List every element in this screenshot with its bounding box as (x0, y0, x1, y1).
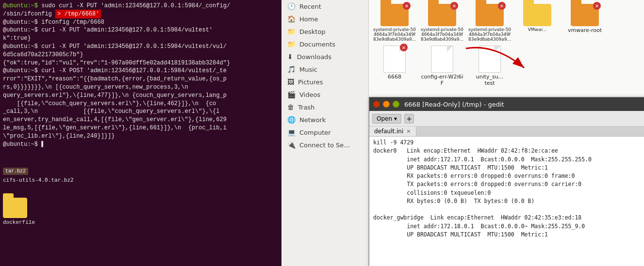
gedit-window: 6668 [Read-Only] (/tmp) - gedit Open ▾ +… (369, 97, 644, 266)
terminal-line-9: @ubuntu:~$ curl -X POST 'admin:123456@12… (3, 67, 279, 75)
new-tab-button[interactable]: + (404, 114, 414, 124)
minimize-button[interactable] (383, 101, 390, 108)
sidebar-item-documents-label: Documents (299, 41, 335, 48)
top-area: ✕ systemd-private-504664a3f7b04a349f83e9… (369, 0, 644, 106)
file-item-vmware-root[interactable]: ✕ vmware-root (563, 4, 607, 42)
gedit-line-1: kill -9 4729 (373, 139, 644, 147)
gedit-line-7: collisions:0 txqueuelen:0 (373, 189, 644, 197)
open-dropdown-icon: ▾ (394, 115, 397, 122)
gedit-content[interactable]: kill -9 4729 docker0 Link encap:Ethernet… (369, 137, 644, 266)
sidebar-item-videos[interactable]: 🎬 Videos (281, 88, 368, 101)
sidebar-item-downloads[interactable]: ⬇ Downloads (281, 50, 368, 63)
terminal-line-8: {"ok":true,"id":"vul","rev":"1-967a00dff… (3, 59, 279, 67)
file-item-vmware[interactable]: VMwar... (515, 4, 559, 42)
file-item-unity[interactable]: unity_su...test (468, 46, 512, 86)
gedit-line-10: docker_gwbridge Link encap:Ethernet HWad… (373, 214, 644, 222)
open-button[interactable]: Open ▾ (372, 114, 401, 124)
terminal-line-5: k":true} (3, 34, 279, 43)
file-label-config-err: config-err-W2i6iF (420, 74, 464, 86)
gedit-line-5: RX packets:0 errors:0 dropped:0 overruns… (373, 172, 644, 180)
file-label-systemd3: systemd-private-504664a3f7b04a349f83e9d8… (468, 27, 512, 42)
sidebar-item-recent[interactable]: 🕐 Recent (281, 0, 368, 13)
sidebar-item-trash-label: Trash (298, 104, 314, 111)
sidebar-item-downloads-label: Downloads (297, 53, 331, 61)
file-label-unity: unity_su...test (476, 74, 504, 86)
right-area: ✕ systemd-private-504664a3f7b04a349f83e9… (369, 0, 644, 266)
download-filename: cifs-utils-4.0.tar.bz2 (3, 177, 74, 183)
terminal-line-10: rror":"EXIT","reason":"{{badmatch,{error… (3, 75, 279, 83)
sidebar-item-recent-label: Recent (299, 3, 321, 10)
file-label-systemd2: systemd-private-504664a3f7b04a349f83e9d8… (420, 27, 464, 42)
terminal-line-16: le_msg,5,[{file,\"gen_server.erl\"},{lin… (3, 124, 279, 132)
file-item-6668[interactable]: ✕ 6668 (373, 46, 416, 86)
gedit-line-2: docker0 Link encap:Ethernet HWaddr 02:42… (373, 147, 644, 155)
desktop-icon-dockerfile[interactable]: dockerfile (3, 198, 279, 225)
connect-icon: 🔌 (287, 141, 296, 149)
file-grid: ✕ systemd-private-504664a3f7b04a349f83e9… (369, 0, 644, 106)
file-item-systemd3[interactable]: ✕ systemd-private-504664a3f7b04a349f83e9… (468, 4, 512, 42)
recent-icon: 🕐 (287, 2, 296, 10)
sidebar-item-desktop[interactable]: 📁 Desktop (281, 25, 368, 38)
terminal-line-6: @ubuntu:~$ curl -X PUT 'admin:123456@127… (3, 43, 279, 51)
file-label-6668: 6668 (388, 74, 401, 80)
trash-icon: 🗑 (287, 103, 294, 111)
terminal-line-1: @ubuntu:~$ sudo curl -X PUT 'admin:12345… (3, 2, 279, 10)
terminal-line-15: en_server,try_handle_call,4,[{file,\"gen… (3, 116, 279, 124)
gedit-line-6: TX packets:0 errors:0 dropped:0 overruns… (373, 180, 644, 188)
tab-close-icon[interactable]: ✕ (406, 128, 411, 135)
close-button[interactable] (373, 101, 380, 108)
close-badge-2: ✕ (450, 2, 458, 10)
terminal-line-14: _call,3,\n [{file,\"couch_query_servers.… (3, 108, 279, 116)
documents-icon: 📁 (287, 40, 296, 48)
gedit-line-12: UP BROADCAST MULTICAST MTU:1500 Metric:1 (373, 231, 644, 239)
terminal-line-2: /sbin/ifconfig > /tmp/6668' (3, 10, 279, 18)
sidebar-item-network[interactable]: 🌐 Network (281, 113, 368, 126)
sidebar-item-videos-label: Videos (299, 91, 320, 98)
terminal-line-13: [{file,\"couch_query_servers.erl\"},\{li… (3, 100, 279, 108)
terminal-line-11: rs,0}}}}}}},\n [{couch_query_servers,new… (3, 83, 279, 92)
plus-icon: + (406, 115, 412, 123)
gedit-tab-default[interactable]: default.ini ✕ (369, 126, 416, 136)
gedit-line-4: UP BROADCAST MULTICAST MTU:1500 Metric:1 (373, 164, 644, 172)
file-manager-sidebar: 🕐 Recent 🏠 Home 📁 Desktop 📁 Documents ⬇ … (281, 0, 369, 266)
close-badge-3: ✕ (498, 2, 506, 10)
file-item-systemd2[interactable]: ✕ systemd-private-504664a3f7b04a349f83e9… (420, 4, 464, 42)
file-label-vmware: VMwar... (528, 27, 546, 32)
sidebar-item-computer[interactable]: 💻 Computer (281, 126, 368, 139)
sidebar-item-music-label: Music (299, 66, 317, 73)
close-badge-1: ✕ (403, 2, 411, 10)
sidebar-item-pictures-label: Pictures (298, 78, 323, 86)
terminal-line-17: \"proc_lib.erl\"},{line,240}]}]} (3, 132, 279, 141)
file-item-config-err[interactable]: config-err-W2i6iF (420, 46, 464, 86)
sidebar-item-music[interactable]: 🎵 Music (281, 63, 368, 76)
desktop-icon-sidebar: 📁 (287, 28, 296, 35)
sidebar-item-documents[interactable]: 📁 Documents (281, 38, 368, 50)
window-buttons (373, 101, 399, 108)
file-label-systemd1: systemd-private-504664a3f7b04a349f83e9d8… (373, 27, 416, 42)
pictures-icon: 🖼 (287, 78, 294, 86)
terminal-line-7: 6d5ca6d70a22173005c7b"} (3, 51, 279, 59)
open-label: Open (377, 115, 392, 122)
highlight-cmd: > /tmp/6668' (55, 10, 101, 18)
sidebar-item-trash[interactable]: 🗑 Trash (281, 101, 368, 113)
file-item-systemd1[interactable]: ✕ systemd-private-504664a3f7b04a349f83e9… (373, 4, 416, 42)
sidebar-item-connect[interactable]: 🔌 Connect to Se... (281, 139, 368, 151)
maximize-button[interactable] (393, 101, 399, 108)
videos-icon: 🎬 (287, 91, 296, 98)
sidebar-item-connect-label: Connect to Se... (299, 141, 350, 149)
gedit-line-8: RX bytes:0 (0.0 B) TX bytes:0 (0.0 B) (373, 197, 644, 205)
close-badge-vmware: ✕ (593, 2, 601, 10)
gedit-line-11: inet addr:172.18.0.1 Bcast:0.0.0.0~ Mask… (373, 222, 644, 231)
sidebar-item-home[interactable]: 🏠 Home (281, 13, 368, 25)
music-icon: 🎵 (287, 65, 296, 73)
sidebar-item-home-label: Home (299, 16, 318, 23)
terminal-line-12: query_servers.erl"},\{line,477}]},\n {co… (3, 92, 279, 100)
sidebar-item-pictures[interactable]: 🖼 Pictures (281, 76, 368, 88)
home-icon: 🏠 (287, 15, 296, 23)
sidebar-item-desktop-label: Desktop (299, 28, 326, 35)
gedit-line-9 (373, 205, 644, 214)
sidebar-item-computer-label: Computer (299, 129, 331, 136)
gedit-title: 6668 [Read-Only] (/tmp) - gedit (404, 101, 504, 108)
sidebar-item-network-label: Network (299, 116, 326, 124)
network-icon: 🌐 (287, 116, 296, 124)
